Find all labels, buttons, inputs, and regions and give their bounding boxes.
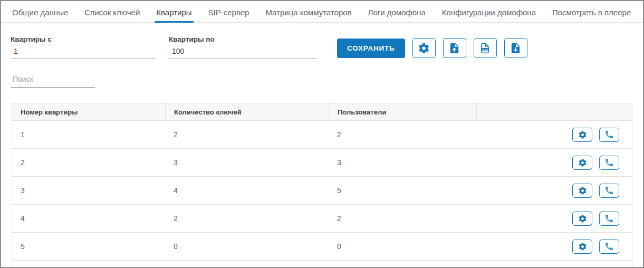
file-xlsx-icon: XLSX [479, 42, 491, 54]
row-settings-button[interactable] [572, 128, 592, 142]
table-header: Номер квартиры Количество ключей Пользов… [12, 103, 632, 121]
tab-intercom-logs[interactable]: Логи домофона [367, 1, 427, 23]
upload-file-button[interactable] [443, 38, 466, 58]
phone-icon [604, 158, 614, 167]
tab-key-list[interactable]: Список ключей [83, 1, 141, 23]
apartments-to-input[interactable] [169, 44, 318, 59]
column-header-users: Пользователи [329, 103, 476, 120]
save-button[interactable]: СОХРАНИТЬ [337, 39, 405, 58]
gear-icon [578, 186, 587, 195]
cell-key-count: 4 [165, 186, 329, 195]
svg-text:XLSX: XLSX [482, 48, 488, 51]
cell-users: 5 [329, 186, 476, 195]
tab-general-data[interactable]: Общие данные [11, 1, 70, 23]
cell-apartment-number: 4 [12, 214, 165, 223]
phone-icon [604, 242, 614, 251]
gear-icon [578, 158, 587, 167]
table-row: 4 2 2 [12, 205, 632, 233]
apartments-from-label: Квартиры с [11, 35, 156, 43]
gear-icon [578, 214, 587, 223]
cell-apartment-number: 2 [12, 158, 165, 167]
phone-icon [604, 130, 614, 139]
search-section [1, 59, 643, 88]
row-call-button[interactable] [599, 184, 619, 198]
apartments-to-label: Квартиры по [169, 35, 318, 43]
row-settings-button[interactable] [572, 240, 592, 254]
tab-apartments[interactable]: Квартиры [155, 1, 193, 23]
search-input[interactable] [11, 73, 95, 88]
apartments-range-form: Квартиры с Квартиры по СОХРАНИТЬ [1, 23, 643, 59]
cell-users: 2 [329, 130, 476, 139]
table-row: 1 2 2 [12, 121, 632, 149]
cell-key-count: 2 [165, 214, 329, 223]
column-header-actions [476, 103, 632, 120]
row-call-button[interactable] [599, 156, 619, 170]
column-header-key-count: Количество ключей [165, 103, 329, 120]
cell-actions [476, 184, 632, 198]
export-xlsx-button[interactable]: XLSX [474, 38, 497, 58]
apartments-to-field-group: Квартиры по [169, 35, 318, 59]
apartments-from-field-group: Квартиры с [11, 35, 156, 59]
apartments-table: Номер квартиры Количество ключей Пользов… [12, 103, 632, 268]
tab-switch-matrix[interactable]: Матрица коммутаторов [264, 1, 353, 23]
table-row: 5 0 0 [12, 233, 632, 261]
cell-users: 3 [329, 158, 476, 167]
intercom-settings-page: Общие данные Список ключей Квартиры SIP-… [0, 0, 644, 268]
cell-actions [476, 240, 632, 254]
download-file-button[interactable] [504, 38, 527, 58]
column-header-apartment-number: Номер квартиры [12, 103, 165, 120]
cell-actions [476, 156, 632, 170]
gear-icon [578, 130, 587, 139]
cell-actions [476, 128, 632, 142]
cell-users: 0 [329, 242, 476, 251]
cell-key-count: 0 [165, 242, 329, 251]
row-call-button[interactable] [599, 240, 619, 254]
tab-bar: Общие данные Список ключей Квартиры SIP-… [1, 1, 643, 23]
row-settings-button[interactable] [572, 184, 592, 198]
cell-users: 2 [329, 214, 476, 223]
gear-icon [578, 242, 587, 251]
gear-icon [418, 42, 430, 54]
apartments-from-input[interactable] [11, 44, 156, 59]
table-body: 1 2 2 2 3 3 [12, 121, 632, 261]
table-row: 2 3 3 [12, 149, 632, 177]
cell-apartment-number: 5 [12, 242, 165, 251]
row-settings-button[interactable] [572, 212, 592, 226]
row-call-button[interactable] [599, 128, 619, 142]
cell-apartment-number: 1 [12, 130, 165, 139]
phone-icon [604, 214, 614, 223]
cell-key-count: 3 [165, 158, 329, 167]
file-download-icon [510, 42, 522, 54]
tab-intercom-configs[interactable]: Конфигурации домофона [440, 1, 537, 23]
tab-view-in-player[interactable]: Посмотреть в плеере [551, 1, 632, 23]
cell-actions [476, 212, 632, 226]
phone-icon [604, 186, 614, 195]
cell-apartment-number: 3 [12, 186, 165, 195]
settings-button[interactable] [412, 38, 436, 58]
row-call-button[interactable] [599, 212, 619, 226]
tab-sip-server[interactable]: SIP-сервер [207, 1, 251, 23]
row-settings-button[interactable] [572, 156, 592, 170]
cell-key-count: 2 [165, 130, 329, 139]
toolbar: СОХРАНИТЬ XLSX [337, 38, 527, 58]
file-upload-icon [448, 42, 460, 54]
table-row: 3 4 5 [12, 177, 632, 205]
